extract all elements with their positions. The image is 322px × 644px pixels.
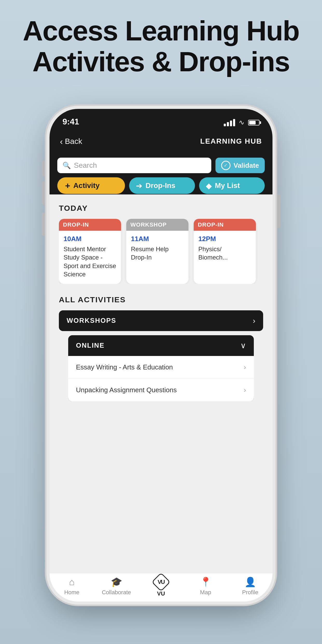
- event-card[interactable]: WORKSHOP 11AM Resume Help Drop-In: [126, 219, 188, 284]
- profile-icon: 👤: [244, 577, 256, 587]
- wifi-icon: ∿: [239, 118, 244, 127]
- phone-mockup: 9:41 ∿ ‹ Back LEARNING HUB: [50, 109, 272, 601]
- back-label: Back: [65, 137, 82, 146]
- online-section: ONLINE ∨ Essay Writing - Arts & Educatio…: [68, 335, 254, 402]
- workshops-accordion[interactable]: WORKSHOPS ›: [59, 310, 263, 331]
- activity-label: Activity: [73, 181, 100, 190]
- page-title: LEARNING HUB: [200, 137, 262, 145]
- event-title: Student Mentor Study Space - Sport and E…: [64, 245, 116, 279]
- workshops-label: WORKSHOPS: [67, 317, 253, 325]
- event-title: Physics/ Biomech...: [198, 245, 251, 262]
- plus-icon: +: [65, 181, 70, 191]
- nav-header: ‹ Back LEARNING HUB: [50, 130, 272, 153]
- nav-collaborate[interactable]: 🎓 Collaborate: [94, 577, 139, 598]
- today-label: TODAY: [59, 204, 263, 213]
- item-arrow-icon: ›: [244, 386, 246, 394]
- event-title: Resume Help Drop-In: [131, 245, 184, 262]
- volume-down-button: [42, 213, 46, 236]
- signal-icon: [224, 119, 235, 126]
- event-card[interactable]: DROP-IN 12PM Physics/ Biomech...: [194, 219, 256, 284]
- activity-button[interactable]: + Activity: [57, 177, 125, 194]
- map-icon: 📍: [200, 577, 212, 587]
- validate-label: Validate: [234, 162, 259, 170]
- action-bar: 🔍 Search Validate + Activity ➔ Drop-Ins: [50, 153, 272, 194]
- dropins-icon: ➔: [136, 181, 142, 190]
- nav-profile[interactable]: 👤 Profile: [228, 577, 272, 598]
- home-icon: ⌂: [69, 577, 75, 587]
- event-card[interactable]: DROP-IN 10AM Student Mentor Study Space …: [59, 219, 121, 284]
- nav-home[interactable]: ⌂ Home: [50, 577, 94, 598]
- accordion-arrow-icon: ›: [253, 316, 255, 325]
- event-time: 12PM: [198, 235, 251, 243]
- silent-button: [42, 161, 46, 176]
- activities-label: ALL ACTIVITIES: [59, 295, 263, 304]
- power-button: [276, 194, 280, 228]
- today-cards-row: DROP-IN 10AM Student Mentor Study Space …: [59, 219, 263, 284]
- list-item[interactable]: Unpacking Assignment Questions ›: [68, 379, 254, 402]
- today-section: TODAY DROP-IN 10AM Student Mentor Study …: [50, 194, 272, 290]
- dropins-button[interactable]: ➔ Drop-Ins: [129, 177, 195, 194]
- battery-icon: [248, 120, 260, 125]
- item-title: Unpacking Assignment Questions: [76, 386, 244, 394]
- hero-section: Access Learning Hub Activites & Drop-ins: [0, 16, 322, 77]
- item-title: Essay Writing - Arts & Education: [76, 363, 244, 371]
- hero-title: Access Learning Hub Activites & Drop-ins: [16, 16, 306, 77]
- dropins-label: Drop-Ins: [145, 181, 175, 190]
- nav-home-label: Home: [64, 589, 80, 596]
- back-button[interactable]: ‹ Back: [60, 136, 82, 146]
- search-icon: 🔍: [62, 162, 71, 170]
- accordion-chevron-down-icon: ∨: [240, 341, 246, 350]
- nav-profile-label: Profile: [242, 589, 258, 596]
- collaborate-icon: 🎓: [111, 577, 122, 587]
- nav-vu-label: VU: [157, 590, 165, 597]
- notch: [127, 109, 195, 122]
- card-tag-workshop: WORKSHOP: [126, 219, 188, 231]
- validate-icon: [221, 161, 230, 170]
- mylist-label: My List: [215, 181, 240, 190]
- online-label: ONLINE: [76, 341, 240, 349]
- card-tag-dropin: DROP-IN: [194, 219, 256, 231]
- card-tag-dropin: DROP-IN: [59, 219, 121, 231]
- nav-map-label: Map: [200, 589, 211, 596]
- mylist-icon: ◆: [206, 181, 212, 190]
- nav-map[interactable]: 📍 Map: [183, 577, 228, 598]
- phone-shell: 9:41 ∿ ‹ Back LEARNING HUB: [50, 109, 272, 601]
- activities-section: ALL ACTIVITIES WORKSHOPS › ONLINE ∨ Essa…: [50, 290, 272, 411]
- status-icons: ∿: [224, 118, 260, 127]
- validate-button[interactable]: Validate: [215, 158, 265, 173]
- event-time: 11AM: [131, 235, 184, 243]
- back-chevron-icon: ‹: [60, 136, 63, 146]
- online-items-list: Essay Writing - Arts & Education › Unpac…: [68, 356, 254, 402]
- search-placeholder: Search: [74, 161, 97, 170]
- volume-up-button: [42, 181, 46, 205]
- nav-collaborate-label: Collaborate: [102, 589, 131, 596]
- nav-vu[interactable]: VU VU: [139, 575, 183, 600]
- item-arrow-icon: ›: [244, 363, 246, 371]
- mylist-button[interactable]: ◆ My List: [199, 177, 265, 194]
- online-accordion[interactable]: ONLINE ∨: [68, 335, 254, 356]
- bottom-nav: ⌂ Home 🎓 Collaborate VU VU 📍 Map 👤 Profi…: [50, 573, 272, 601]
- event-time: 10AM: [64, 235, 116, 243]
- vu-icon: VU: [151, 572, 171, 592]
- main-content: TODAY DROP-IN 10AM Student Mentor Study …: [50, 194, 272, 573]
- list-item[interactable]: Essay Writing - Arts & Education ›: [68, 356, 254, 379]
- search-box[interactable]: 🔍 Search: [57, 158, 211, 173]
